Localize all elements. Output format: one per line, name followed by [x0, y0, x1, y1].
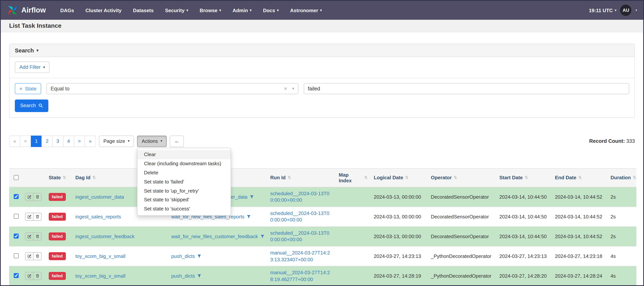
- nav-browse[interactable]: Browse▾: [200, 7, 221, 13]
- page-next-button[interactable]: >: [74, 136, 85, 147]
- airflow-brand[interactable]: Airflow: [7, 4, 46, 16]
- edit-record-button[interactable]: [25, 252, 34, 260]
- sort-run-id[interactable]: Run Id⇅: [270, 175, 291, 181]
- task-id-link[interactable]: push_dicts: [171, 253, 195, 259]
- sort-end-date[interactable]: End Date⇅: [555, 175, 582, 181]
- menu-item-delete[interactable]: Delete: [138, 168, 231, 177]
- user-menu-caret-icon[interactable]: ▾: [636, 8, 637, 12]
- duration-cell: 4s: [608, 266, 636, 286]
- menu-item-set-skipped[interactable]: Set state to 'skipped': [138, 195, 231, 205]
- start-date-cell: 2024-03-27, 14:28:20: [496, 266, 552, 286]
- delete-record-button[interactable]: [33, 252, 42, 260]
- filter-row: × State Equal to × ▾: [15, 83, 629, 94]
- page-2-button[interactable]: 2: [42, 136, 52, 147]
- task-id-link[interactable]: wait_for_new_files_customer_feedback: [171, 233, 258, 239]
- delete-record-button[interactable]: [33, 272, 42, 280]
- navbar-right: 19:11 UTC▾ AU ▾: [589, 4, 637, 16]
- edit-record-button[interactable]: [25, 232, 34, 240]
- filter-funnel-icon[interactable]: [197, 254, 201, 258]
- chevron-down-icon: ▾: [615, 8, 616, 12]
- run-id-link[interactable]: scheduled__2024-03-13T00:00:00+00:00: [270, 190, 333, 204]
- add-filter-button[interactable]: Add Filter ▾: [15, 62, 50, 73]
- menu-item-set-failed[interactable]: Set state to 'failed': [138, 177, 231, 186]
- run-id-link[interactable]: manual__2024-03-27T14:28:19.462777+00:00: [270, 269, 333, 283]
- nav-datasets[interactable]: Datasets: [133, 7, 154, 13]
- menu-item-set-up-for-retry[interactable]: Set state to 'up_for_retry': [138, 186, 231, 195]
- filter-funnel-icon[interactable]: [260, 234, 264, 238]
- delete-record-button[interactable]: [33, 213, 42, 221]
- search-panel-header[interactable]: Search ▾: [10, 44, 634, 57]
- remove-filter-icon[interactable]: ×: [20, 86, 22, 92]
- sort-icon: ⇅: [92, 175, 96, 180]
- user-avatar[interactable]: AU: [620, 4, 632, 16]
- search-panel-body: Add Filter ▾ × State Equal to × ▾: [10, 57, 634, 117]
- menu-item-clear-downstream[interactable]: Clear (including downstream tasks): [138, 159, 231, 168]
- clock-dropdown[interactable]: 19:11 UTC▾: [589, 7, 616, 13]
- dag-id-link[interactable]: toy_xcom_big_v_small: [75, 273, 126, 279]
- delete-record-button[interactable]: [33, 193, 42, 201]
- row-checkbox[interactable]: [14, 273, 19, 278]
- left-arrow-icon: ←: [174, 138, 180, 144]
- sort-dag-id[interactable]: Dag Id⇅: [75, 175, 96, 181]
- search-button[interactable]: Search: [15, 100, 48, 112]
- nav-cluster-activity[interactable]: Cluster Activity: [86, 7, 122, 13]
- row-checkbox[interactable]: [14, 194, 19, 199]
- nav-security[interactable]: Security▾: [165, 7, 188, 13]
- filter-funnel-icon[interactable]: [197, 274, 201, 278]
- nav-dags[interactable]: DAGs: [60, 7, 74, 13]
- run-id-link[interactable]: manual__2024-03-27T14:23:13.323407+00:00: [270, 250, 333, 263]
- dag-id-link[interactable]: ingest_customer_data: [75, 194, 124, 200]
- edit-icon: [27, 234, 32, 239]
- sort-operator[interactable]: Operator⇅: [431, 175, 457, 181]
- page-1-button[interactable]: 1: [31, 136, 42, 147]
- delete-record-button[interactable]: [33, 232, 42, 240]
- operator-cell: DecoratedSensorOperator: [428, 187, 496, 207]
- task-instance-table: State⇅ Dag Id⇅ Task Id⇅ Run Id⇅ Map Inde…: [9, 168, 636, 286]
- page-first-button[interactable]: «: [9, 136, 20, 147]
- clear-select-icon[interactable]: ×: [284, 86, 287, 92]
- logical-date-cell: 2024-03-13, 00:00:00: [371, 227, 428, 246]
- sort-duration[interactable]: Duration⇅: [610, 175, 636, 181]
- run-id-link[interactable]: scheduled__2024-03-13T00:00:00+00:00: [270, 230, 333, 243]
- back-button[interactable]: ←: [170, 136, 184, 147]
- menu-item-clear[interactable]: Clear: [138, 150, 231, 159]
- filter-condition-select[interactable]: Equal to × ▾: [46, 83, 298, 94]
- row-checkbox[interactable]: [14, 214, 19, 219]
- trash-icon: [35, 234, 40, 239]
- actions-button[interactable]: Actions ▾: [137, 136, 167, 147]
- sort-start-date[interactable]: Start Date⇅: [499, 175, 528, 181]
- end-date-cell: 2024-03-14, 10:44:52: [552, 187, 608, 207]
- nav-astronomer[interactable]: Astronomer▾: [290, 7, 322, 13]
- page-3-button[interactable]: 3: [52, 136, 63, 147]
- dag-id-link[interactable]: toy_xcom_big_v_small: [75, 253, 126, 259]
- duration-cell: 4s: [608, 246, 636, 266]
- table-row: failed ingest_customer_data wait_for_new…: [9, 187, 636, 207]
- select-all-checkbox[interactable]: [14, 175, 19, 180]
- page-prev-button[interactable]: <: [20, 136, 31, 147]
- page-title-bar: List Task Instance: [1, 20, 643, 32]
- search-panel: Search ▾ Add Filter ▾ × State Equal to ×…: [9, 44, 635, 118]
- edit-record-button[interactable]: [25, 193, 34, 201]
- filter-funnel-icon[interactable]: [247, 214, 251, 219]
- dag-id-link[interactable]: ingest_customer_feedback: [75, 233, 134, 239]
- nav-docs[interactable]: Docs▾: [263, 7, 279, 13]
- filter-value-input[interactable]: [304, 83, 629, 94]
- nav-admin[interactable]: Admin▾: [232, 7, 252, 13]
- row-checkbox[interactable]: [14, 254, 19, 259]
- edit-record-button[interactable]: [25, 272, 34, 280]
- state-filter-chip[interactable]: × State: [15, 83, 41, 94]
- page-last-button[interactable]: »: [85, 136, 96, 147]
- dag-id-link[interactable]: ingest_sales_reports: [75, 214, 121, 219]
- sort-logical-date[interactable]: Logical Date⇅: [374, 175, 408, 181]
- task-id-link[interactable]: push_dicts: [171, 273, 195, 279]
- row-checkbox[interactable]: [14, 234, 19, 239]
- run-id-link[interactable]: scheduled__2024-03-13T00:00:00+00:00: [270, 210, 333, 223]
- sort-map-index[interactable]: Map Index⇅: [339, 172, 368, 183]
- edit-record-button[interactable]: [25, 213, 34, 221]
- state-badge: failed: [49, 193, 66, 201]
- page-size-button[interactable]: Page size ▾: [99, 136, 134, 147]
- filter-funnel-icon[interactable]: [250, 195, 254, 199]
- menu-item-set-success[interactable]: Set state to 'success': [138, 205, 231, 214]
- sort-state[interactable]: State⇅: [49, 175, 66, 181]
- page-4-button[interactable]: 4: [63, 136, 74, 147]
